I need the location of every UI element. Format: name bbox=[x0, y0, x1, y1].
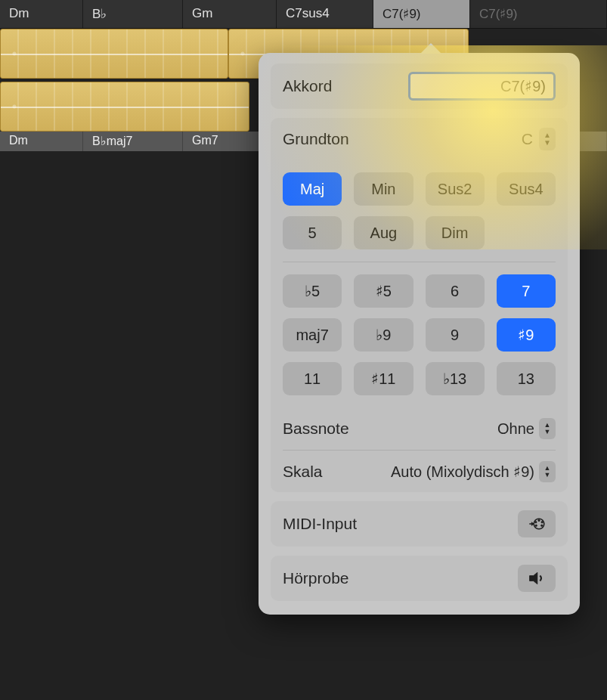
midi-input-button[interactable] bbox=[518, 510, 556, 537]
chord-quality-grid: MajMinSus2Sus45AugDim bbox=[283, 160, 556, 262]
quality-chip-5[interactable]: 5 bbox=[283, 216, 342, 249]
dropdown-arrows-icon bbox=[539, 418, 556, 439]
midi-input-label: MIDI-Input bbox=[283, 515, 357, 533]
chord-ruler: Dm B♭ Gm C7sus4 C7(♯9) C7(♯9) bbox=[0, 0, 607, 29]
chord-name-label: Akkord bbox=[283, 77, 332, 95]
quality-chip-sus4[interactable]: Sus4 bbox=[497, 172, 556, 206]
preview-button[interactable] bbox=[518, 565, 556, 592]
quality-chip-maj[interactable]: Maj bbox=[283, 172, 342, 206]
ext-chip-13[interactable]: 13 bbox=[497, 362, 556, 395]
bass-select[interactable]: Ohne bbox=[497, 418, 556, 439]
svg-point-4 bbox=[541, 525, 543, 526]
ext-chip-9[interactable]: ♭9 bbox=[354, 318, 413, 352]
ext-chip-maj7[interactable]: maj7 bbox=[283, 318, 342, 352]
quality-chip-aug[interactable]: Aug bbox=[354, 216, 413, 249]
bass-label: Bassnote bbox=[283, 420, 349, 438]
ext-chip-5[interactable]: ♯5 bbox=[354, 274, 413, 308]
ruler-chord-next[interactable]: C7(♯9) bbox=[470, 0, 607, 28]
root-value: C bbox=[522, 130, 533, 148]
ext-chip-13[interactable]: ♭13 bbox=[426, 362, 485, 395]
ext-chip-7[interactable]: 7 bbox=[497, 274, 556, 308]
scale-label: Skala bbox=[283, 463, 323, 481]
ruler-chord[interactable]: B♭ bbox=[83, 0, 183, 28]
dropdown-arrows-icon bbox=[539, 461, 556, 482]
svg-point-3 bbox=[535, 525, 537, 526]
chord-name-input[interactable] bbox=[408, 72, 556, 101]
chord-extension-grid: ♭5♯567maj7♭99♯911♯11♭1313 bbox=[283, 262, 556, 407]
svg-point-2 bbox=[541, 522, 543, 523]
midi-region[interactable] bbox=[0, 29, 228, 79]
scale-value: Auto (Mixolydisch ♯9) bbox=[391, 463, 534, 481]
ruler-chord[interactable]: C7sus4 bbox=[277, 0, 373, 28]
ruler-chord[interactable]: Gm bbox=[183, 0, 277, 28]
root-label: Grundton bbox=[283, 130, 349, 148]
ruler-chord-selected[interactable]: C7(♯9) bbox=[373, 0, 470, 28]
ext-chip-6[interactable]: 6 bbox=[426, 274, 485, 308]
ext-chip-9[interactable]: 9 bbox=[426, 318, 485, 352]
speaker-icon bbox=[528, 570, 546, 587]
ext-chip-11[interactable]: 11 bbox=[283, 362, 342, 395]
stepper-arrows-icon[interactable] bbox=[539, 128, 556, 150]
midi-input-icon bbox=[528, 516, 546, 532]
quality-chip-min[interactable]: Min bbox=[354, 172, 413, 206]
midi-region[interactable] bbox=[0, 82, 249, 132]
scale-select[interactable]: Auto (Mixolydisch ♯9) bbox=[391, 461, 556, 482]
svg-point-0 bbox=[538, 519, 540, 521]
region-chord: Dm bbox=[0, 132, 83, 151]
ext-chip-9[interactable]: ♯9 bbox=[497, 318, 556, 352]
quality-chip-sus2[interactable]: Sus2 bbox=[426, 172, 485, 206]
ext-chip-5[interactable]: ♭5 bbox=[283, 274, 342, 308]
bass-value: Ohne bbox=[497, 420, 534, 438]
ext-chip-11[interactable]: ♯11 bbox=[354, 362, 413, 395]
ruler-chord[interactable]: Dm bbox=[0, 0, 83, 28]
svg-point-1 bbox=[535, 522, 537, 523]
chord-editor-popover: Akkord Grundton C MajMinSus2Sus45AugDim … bbox=[259, 53, 580, 615]
root-stepper[interactable]: C bbox=[522, 128, 556, 150]
quality-chip-dim[interactable]: Dim bbox=[426, 216, 485, 249]
region-chord: B♭maj7 bbox=[83, 132, 183, 151]
preview-label: Hörprobe bbox=[283, 569, 349, 587]
